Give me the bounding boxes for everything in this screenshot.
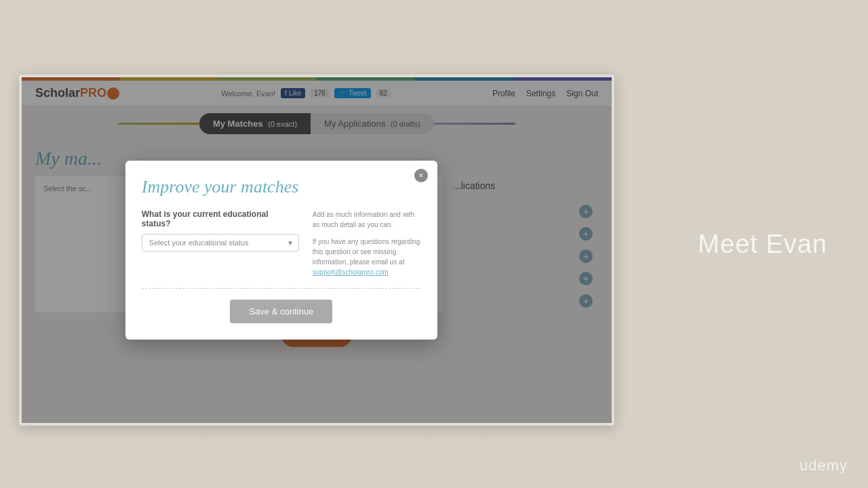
modal-body: What is your current educational status?…	[142, 209, 421, 277]
helper-text-1: Add as much information and with as much…	[313, 209, 421, 230]
modal-divider	[142, 288, 421, 289]
helper-text-2: If you have any questions regarding this…	[313, 237, 421, 277]
improve-matches-modal: × Improve your matches What is your curr…	[125, 161, 437, 340]
question-label: What is your current educational status?	[142, 209, 299, 228]
support-email-link[interactable]: support@scholarpro.com	[313, 268, 389, 276]
save-continue-btn[interactable]: Save & continue	[230, 300, 332, 323]
modal-right-section: Add as much information and with as much…	[313, 209, 421, 277]
modal-left-section: What is your current educational status?…	[142, 209, 299, 277]
edu-status-select-wrapper: Select your educational status ▼	[142, 234, 299, 251]
modal-close-btn[interactable]: ×	[414, 169, 428, 182]
browser-frame: ScholarPRO Welcome, Evan! f Like 176 🐦 T…	[19, 75, 614, 426]
edu-status-select[interactable]: Select your educational status	[142, 234, 299, 251]
modal-title: Improve your matches	[142, 177, 421, 197]
udemy-logo: udemy	[800, 457, 848, 474]
modal-footer: Save & continue	[142, 300, 421, 323]
meet-evan-text: Meet Evan	[698, 230, 827, 259]
